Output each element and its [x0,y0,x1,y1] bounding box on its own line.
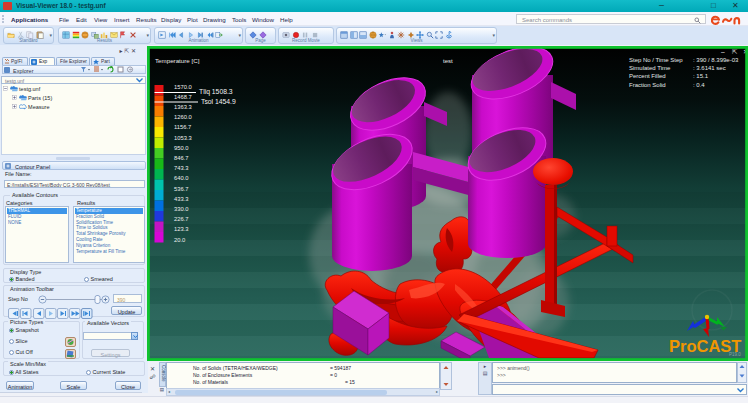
svg-text:: 390 / 8.399e-03: : 390 / 8.399e-03 [693,57,739,63]
svg-text:846.7: 846.7 [174,155,189,161]
svg-text:Temperature [C]: Temperature [C] [155,57,200,64]
svg-text:: 0.4: : 0.4 [693,82,705,88]
svg-text:Step No / Time Step: Step No / Time Step [629,57,683,63]
svg-text:536.7: 536.7 [174,186,189,192]
svg-text:950.0: 950.0 [174,145,189,151]
svg-text:1156.7: 1156.7 [174,124,191,130]
svg-text:P19.0: P19.0 [729,352,741,357]
svg-text:20.0: 20.0 [174,237,185,243]
svg-text:1053.3: 1053.3 [174,135,192,141]
svg-text:Fraction Solid: Fraction Solid [629,82,666,88]
svg-text:743.3: 743.3 [174,165,189,171]
svg-text:1570.0: 1570.0 [174,84,192,90]
svg-text:–: – [721,48,725,55]
svg-text:330.0: 330.0 [174,206,189,212]
svg-text:Percent Filled: Percent Filled [629,73,666,79]
svg-text:1363.3: 1363.3 [174,104,192,110]
svg-text:433.3: 433.3 [174,196,189,202]
svg-text:Tsol 1454.9: Tsol 1454.9 [201,98,236,105]
svg-text:640.0: 640.0 [174,175,189,181]
svg-text:Tliq 1508.3: Tliq 1508.3 [199,88,233,96]
svg-text:1468.7: 1468.7 [174,94,192,100]
svg-text:Simulated Time: Simulated Time [629,65,671,71]
svg-text:226.7: 226.7 [174,216,189,222]
svg-text:⇱: ⇱ [732,48,738,55]
svg-text:: 15.1: : 15.1 [693,73,709,79]
svg-text:: 3.6141 sec: : 3.6141 sec [693,65,726,71]
svg-text:1260.0: 1260.0 [174,114,192,120]
svg-text:123.3: 123.3 [174,226,189,232]
svg-text:test: test [443,58,453,64]
